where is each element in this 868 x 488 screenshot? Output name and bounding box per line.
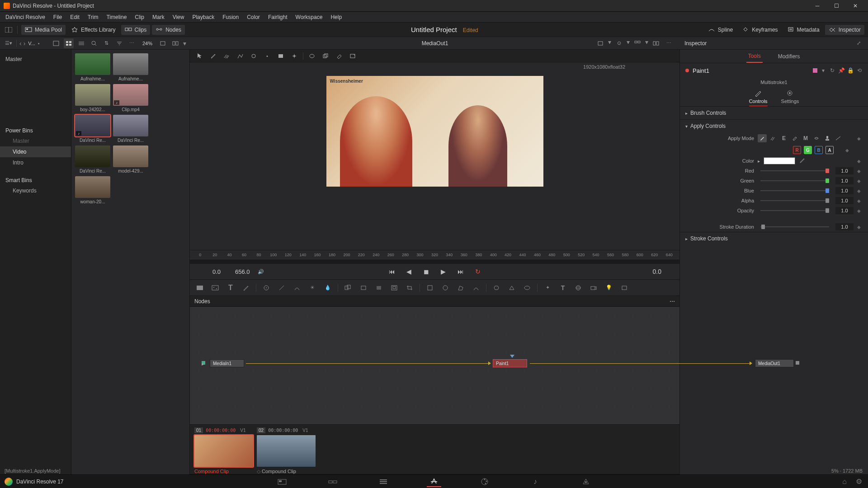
apply-color[interactable]: [758, 134, 767, 142]
keyframe-diamond[interactable]: ◆: [845, 148, 850, 153]
step-back[interactable]: ◀: [403, 266, 415, 277]
stroke-duration-slider[interactable]: [760, 226, 829, 227]
section-brush-controls[interactable]: ▸ Brush Controls: [680, 107, 868, 119]
paint-tool[interactable]: [241, 283, 251, 293]
channel-g[interactable]: G: [804, 146, 812, 154]
split-dropdown[interactable]: ▾: [183, 40, 186, 47]
camera3d-tool[interactable]: [588, 283, 599, 293]
colorcurve-tool[interactable]: [292, 283, 302, 293]
brightness-tool[interactable]: [276, 283, 287, 293]
fastnoise-tool[interactable]: [210, 283, 221, 293]
param-red-slider[interactable]: [760, 170, 829, 171]
circle-tool[interactable]: [249, 52, 259, 61]
node-output-port[interactable]: [796, 361, 799, 365]
powerbin-intro[interactable]: Intro: [0, 157, 71, 168]
tab-modifiers[interactable]: Modifiers: [776, 51, 802, 62]
stroke-duration-value[interactable]: 1.0: [835, 223, 854, 230]
bg-tool[interactable]: [194, 283, 205, 293]
page-color[interactable]: [477, 476, 492, 487]
channel-a[interactable]: A: [826, 146, 834, 154]
menu-workspace[interactable]: Workspace: [292, 13, 326, 22]
view-thumb[interactable]: [64, 38, 74, 48]
viewer-dd1[interactable]: ▾: [608, 38, 611, 48]
color-swatch[interactable]: [764, 157, 795, 164]
keyframe-diamond[interactable]: ◆: [857, 136, 862, 141]
loop[interactable]: ↻: [472, 266, 484, 277]
apply-smear[interactable]: [812, 134, 821, 142]
render3d-tool[interactable]: [619, 283, 630, 293]
viewer-canvas[interactable]: 1920x1080xfloat32 Wissensheimer: [190, 62, 679, 250]
menu-view[interactable]: View: [169, 13, 188, 22]
effects-library-button[interactable]: Effects Library: [67, 25, 119, 35]
node-paint[interactable]: Paint1: [493, 359, 527, 367]
menu-file[interactable]: File: [50, 13, 66, 22]
keyer-tool[interactable]: [491, 283, 502, 293]
power-bins-header[interactable]: Power Bins: [0, 124, 71, 136]
menu-color[interactable]: Color: [243, 13, 264, 22]
keyframe-diamond[interactable]: ◆: [857, 198, 862, 203]
select-tool[interactable]: [194, 52, 204, 61]
multistroke-tool[interactable]: [222, 52, 231, 61]
param-alpha-value[interactable]: 1.0: [835, 197, 854, 204]
scrubber[interactable]: [190, 259, 679, 263]
page-cut[interactable]: [326, 476, 340, 487]
section-apply-controls[interactable]: ▾ Apply Controls: [680, 120, 868, 132]
smart-bins-header[interactable]: Smart Bins: [0, 174, 71, 185]
search-button[interactable]: [89, 38, 99, 48]
wand-tool[interactable]: [289, 52, 299, 61]
clip-item[interactable]: model-429...: [113, 145, 148, 174]
param-green-slider[interactable]: [760, 180, 829, 181]
zoom-level[interactable]: 24%: [140, 41, 155, 46]
node-input-port[interactable]: ▸: [202, 361, 205, 365]
viewer-snap[interactable]: ⊙: [614, 38, 624, 48]
eyedropper-icon[interactable]: [799, 157, 806, 164]
page-fairlight[interactable]: ♪: [528, 476, 542, 487]
more-button[interactable]: ⋯: [127, 38, 137, 48]
clip-item[interactable]: Aufnahme...: [113, 53, 148, 81]
lock-icon[interactable]: 🔒: [847, 67, 854, 74]
range-start[interactable]: 0.0: [212, 268, 221, 275]
section-stroke-controls[interactable]: ▸ Stroke Controls: [680, 232, 868, 245]
param-blue-slider[interactable]: [760, 190, 829, 191]
channel-r[interactable]: R: [793, 146, 801, 154]
subtab-controls[interactable]: Controls: [749, 89, 768, 106]
rectangle-mask[interactable]: [425, 283, 435, 293]
mask-tool[interactable]: [307, 52, 317, 61]
inspector-expand[interactable]: ⤢: [854, 38, 863, 48]
viewer-grid[interactable]: [632, 38, 642, 48]
clip-item[interactable]: DaVinci Re...: [113, 115, 148, 143]
master-bin[interactable]: Master: [0, 53, 71, 65]
page-fusion[interactable]: [427, 476, 441, 487]
page-edit[interactable]: [376, 476, 391, 487]
strip-clip[interactable]: 02 00:00:00:00 V1 ◇ Compound Clip: [257, 427, 316, 474]
param-alpha-slider[interactable]: [760, 200, 829, 201]
menu-playback[interactable]: Playback: [189, 13, 218, 22]
transform-tool[interactable]: [358, 283, 369, 293]
nodes-menu[interactable]: ⋯: [670, 298, 675, 305]
apply-emboss[interactable]: E: [779, 134, 788, 142]
menu-fusion[interactable]: Fusion: [219, 13, 242, 22]
sort-button[interactable]: ⇅: [102, 38, 112, 48]
apply-erase[interactable]: [790, 134, 799, 142]
planar-tool[interactable]: [522, 283, 533, 293]
menu-davinci[interactable]: DaVinci Resolve: [2, 13, 49, 22]
param-blue-value[interactable]: 1.0: [835, 187, 854, 194]
keyframe-diamond[interactable]: ◆: [857, 208, 862, 213]
viewer-more[interactable]: ⋯: [664, 38, 674, 48]
keyframes-button[interactable]: Keyframes: [738, 25, 781, 35]
param-opacity-slider[interactable]: [760, 210, 829, 211]
split-button[interactable]: [170, 38, 180, 48]
play[interactable]: ▶: [438, 266, 449, 277]
clip-item[interactable]: boy-24202...: [75, 84, 110, 112]
light3d-tool[interactable]: 💡: [604, 283, 614, 293]
page-media[interactable]: [275, 476, 289, 487]
clip-item[interactable]: DaVinci Re...: [75, 145, 110, 174]
close-button[interactable]: ✕: [846, 1, 864, 11]
tracker-tool[interactable]: [261, 283, 272, 293]
metadata-button[interactable]: Metadata: [783, 25, 823, 35]
keyframe-diamond[interactable]: ◆: [857, 169, 862, 174]
apply-wire[interactable]: [834, 134, 843, 142]
layout-dropdown[interactable]: [4, 25, 14, 35]
versions-dropdown[interactable]: ▾: [820, 67, 826, 74]
menu-clip[interactable]: Clip: [131, 13, 148, 22]
